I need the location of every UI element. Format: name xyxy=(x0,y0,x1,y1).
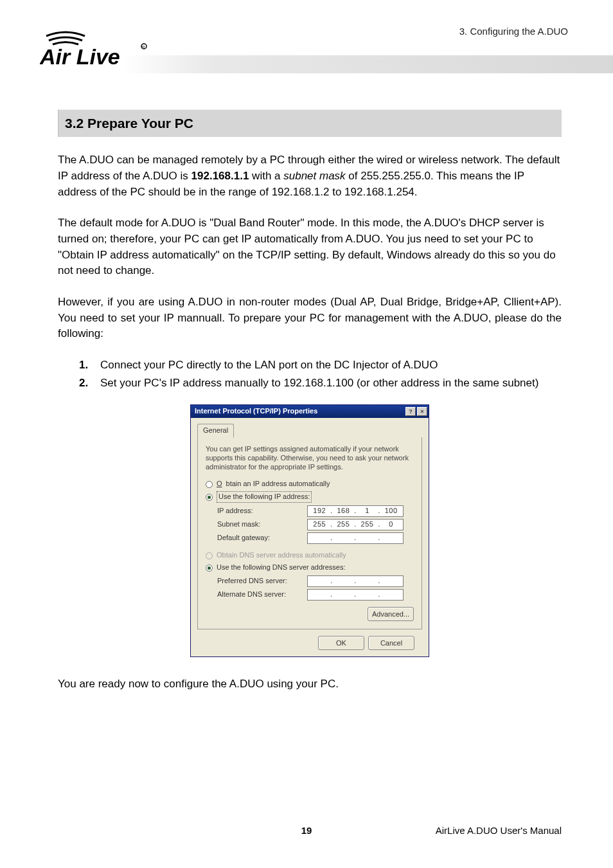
dialog-description: You can get IP settings assigned automat… xyxy=(206,445,414,471)
radio-icon xyxy=(206,552,213,559)
default-ip: 192.168.1.1 xyxy=(191,170,249,182)
alternate-dns-row: Alternate DNS server: . . . xyxy=(217,589,414,601)
octet: 1 xyxy=(360,506,375,516)
tab-general[interactable]: General xyxy=(197,424,234,438)
radio-icon xyxy=(206,565,213,572)
octet: 100 xyxy=(384,506,399,516)
svg-text:R: R xyxy=(142,45,145,49)
svg-text:Air Live: Air Live xyxy=(40,44,120,69)
paragraph-3: However, if you are using A.DUO in non-r… xyxy=(58,294,562,342)
dialog-titlebar[interactable]: Internet Protocol (TCP/IP) Properties ? … xyxy=(191,405,429,418)
advanced-button[interactable]: Advanced... xyxy=(368,607,414,621)
close-button[interactable]: × xyxy=(417,407,427,416)
ip-address-input[interactable]: 192. 168. 1. 100 xyxy=(307,505,404,517)
paragraph-1: The A.DUO can be managed remotely by a P… xyxy=(58,152,562,200)
page-content: 3.2 Prepare Your PC The A.DUO can be man… xyxy=(0,84,613,692)
field-label: IP address: xyxy=(217,506,307,516)
field-label: Preferred DNS server: xyxy=(217,576,307,586)
dialog-figure: Internet Protocol (TCP/IP) Properties ? … xyxy=(58,404,562,657)
default-gateway-row: Default gateway: . . . xyxy=(217,532,414,544)
paragraph-2: The default mode for A.DUO is "Dual Band… xyxy=(58,215,562,279)
steps-list: Connect your PC directly to the LAN port… xyxy=(58,357,562,392)
page-header: 3. Configuring the A.DUO Air Live R xyxy=(0,0,613,84)
field-label: Alternate DNS server: xyxy=(217,590,307,600)
octet: 168 xyxy=(335,506,351,516)
chapter-label: 3. Configuring the A.DUO xyxy=(459,26,568,37)
radio-obtain-ip[interactable]: Obtain an IP address automatically xyxy=(206,479,414,489)
field-label: Default gateway: xyxy=(217,533,307,543)
paragraph-4: You are ready now to configure the A.DUO… xyxy=(58,676,562,692)
section-heading: 3.2 Prepare Your PC xyxy=(58,109,562,137)
subnet-mask-input[interactable]: 255. 255. 255. 0 xyxy=(307,519,404,530)
list-item: Set your PC's IP address manually to 192… xyxy=(91,375,562,392)
help-button[interactable]: ? xyxy=(405,407,416,416)
preferred-dns-row: Preferred DNS server: . . . xyxy=(217,575,414,587)
radio-obtain-dns: Obtain DNS server address automatically xyxy=(206,550,414,561)
radio-label: Obtain DNS server address automatically xyxy=(217,550,346,561)
subnet-mask-row: Subnet mask: 255. 255. 255. 0 xyxy=(217,519,414,530)
tabpanel-general: You can get IP settings assigned automat… xyxy=(197,437,422,629)
radio-label: O xyxy=(217,479,222,489)
subnet-mask-term: subnet mask xyxy=(283,170,345,182)
tab-row: General xyxy=(197,423,422,438)
octet: 255 xyxy=(335,520,351,530)
radio-use-dns[interactable]: Use the following DNS server addresses: xyxy=(206,563,414,573)
alternate-dns-input[interactable]: . . . xyxy=(307,589,404,601)
radio-label: Use the following DNS server addresses: xyxy=(217,563,346,573)
text: with a xyxy=(249,170,283,182)
list-item: Connect your PC directly to the LAN port… xyxy=(91,357,562,374)
dialog-title: Internet Protocol (TCP/IP) Properties xyxy=(195,406,405,417)
radio-use-ip[interactable]: Use the following IP address: xyxy=(206,491,414,503)
tcpip-properties-dialog: Internet Protocol (TCP/IP) Properties ? … xyxy=(190,404,429,657)
cancel-button[interactable]: Cancel xyxy=(368,636,414,650)
ip-address-row: IP address: 192. 168. 1. 100 xyxy=(217,505,414,517)
manual-title: AirLive A.DUO User's Manual xyxy=(436,825,562,836)
octet: 255 xyxy=(360,520,375,530)
radio-icon xyxy=(206,494,213,501)
radio-icon xyxy=(206,481,213,488)
radio-label: Use the following IP address: xyxy=(217,491,312,503)
brand-logo: Air Live R xyxy=(40,27,155,75)
octet: 192 xyxy=(312,506,327,516)
radio-label-text: btain an IP address automatically xyxy=(226,479,330,489)
preferred-dns-input[interactable]: . . . xyxy=(307,575,404,587)
field-label: Subnet mask: xyxy=(217,520,307,530)
default-gateway-input[interactable]: . . . xyxy=(307,532,404,544)
page-number: 19 xyxy=(301,825,312,836)
page-footer: 19 AirLive A.DUO User's Manual xyxy=(0,825,613,836)
octet: 0 xyxy=(384,520,399,530)
octet: 255 xyxy=(312,520,327,530)
ok-button[interactable]: OK xyxy=(318,636,364,650)
